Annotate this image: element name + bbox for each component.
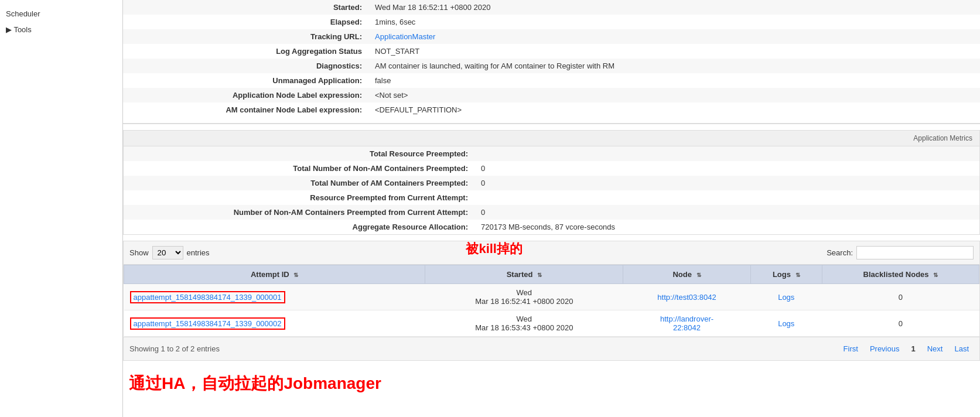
table-row: appattempt_1581498384174_1339_000002 Wed… <box>124 310 979 337</box>
pagination-page[interactable]: 1 <box>906 342 920 356</box>
unmanaged-label: Unmanaged Application: <box>123 73 369 88</box>
metrics-row: Number of Non-AM Containers Preempted fr… <box>124 205 979 220</box>
metrics-row: Total Number of AM Containers Preempted:… <box>124 176 979 190</box>
col-blacklisted[interactable]: Blacklisted Nodes ⇅ <box>822 265 979 284</box>
search-input[interactable] <box>856 246 974 259</box>
search-label: Search: <box>827 248 853 257</box>
attempt-id-link[interactable]: appattempt_1581498384174_1339_000001 <box>130 291 285 303</box>
attempt-id-cell: appattempt_1581498384174_1339_000002 <box>124 310 425 337</box>
metric-value: 0 <box>475 161 979 176</box>
show-label: Show <box>129 248 149 257</box>
node-cell: http://test03:8042 <box>623 284 750 310</box>
attempt-id-link[interactable]: appattempt_1581498384174_1339_000002 <box>130 317 285 330</box>
info-row-tracking: Tracking URL: ApplicationMaster <box>123 29 980 44</box>
metrics-table: Total Resource Preempted: Total Number o… <box>124 146 979 234</box>
elapsed-value: 1mins, 6sec <box>369 15 980 29</box>
metric-value <box>475 190 979 205</box>
entries-label: entries <box>187 248 210 257</box>
pagination-next[interactable]: Next <box>923 342 948 356</box>
metric-label: Total Number of Non-AM Containers Preemp… <box>124 161 475 176</box>
log-agg-label: Log Aggregation Status <box>123 44 369 59</box>
pagination-first[interactable]: First <box>839 342 863 356</box>
blacklisted-cell: 0 <box>822 284 979 310</box>
attempt-id-cell: appattempt_1581498384174_1339_000001 <box>124 284 425 310</box>
app-info-section: Started: Wed Mar 18 16:52:11 +0800 2020 … <box>123 0 980 124</box>
blacklisted-cell: 0 <box>822 310 979 337</box>
node-link[interactable]: http://test03:8042 <box>657 293 716 302</box>
metric-label: Resource Preempted from Current Attempt: <box>124 190 475 205</box>
node-link[interactable]: http://landrover-22:8042 <box>660 315 713 332</box>
application-master-link[interactable]: ApplicationMaster <box>375 32 435 41</box>
datatable-section: Show 20 50 100 entries 被kill掉的 Search: <box>123 241 980 361</box>
sidebar-item-scheduler[interactable]: Scheduler <box>0 6 122 22</box>
chinese-annotation-ha: 通过HA，自动拉起的Jobmanager <box>123 367 980 401</box>
logs-link[interactable]: Logs <box>778 293 794 302</box>
search-box: Search: <box>827 246 974 259</box>
started-cell: WedMar 18 16:52:41 +0800 2020 <box>425 284 623 310</box>
col-logs[interactable]: Logs ⇅ <box>750 265 822 284</box>
tools-label: ▶ Tools <box>6 25 32 34</box>
attempts-table: Attempt ID ⇅ Started ⇅ Node ⇅ Logs ⇅ Bla… <box>124 265 979 337</box>
info-row-node-label: Application Node Label expression: <Not … <box>123 88 980 102</box>
metric-label: Number of Non-AM Containers Preempted fr… <box>124 205 475 220</box>
datatable-footer: Showing 1 to 2 of 2 entries First Previo… <box>124 337 979 360</box>
logs-cell: Logs <box>750 284 822 310</box>
main-content: Started: Wed Mar 18 16:52:11 +0800 2020 … <box>123 0 980 417</box>
tracking-value: ApplicationMaster <box>369 29 980 44</box>
am-node-label-label: AM container Node Label expression: <box>123 102 369 117</box>
entries-select[interactable]: 20 50 100 <box>152 246 183 259</box>
info-row-unmanaged: Unmanaged Application: false <box>123 73 980 88</box>
unmanaged-value: false <box>369 73 980 88</box>
metrics-row: Total Resource Preempted: <box>124 146 979 161</box>
info-row-diagnostics: Diagnostics: AM container is launched, w… <box>123 59 980 73</box>
am-node-label-value: <DEFAULT_PARTITION> <box>369 102 980 117</box>
node-label-label: Application Node Label expression: <box>123 88 369 102</box>
metrics-row: Total Number of Non-AM Containers Preemp… <box>124 161 979 176</box>
col-attempt-id[interactable]: Attempt ID ⇅ <box>124 265 425 284</box>
metric-value: 0 <box>475 176 979 190</box>
col-started[interactable]: Started ⇅ <box>425 265 623 284</box>
log-agg-value: NOT_START <box>369 44 980 59</box>
metrics-row: Aggregate Resource Allocation: 720173 MB… <box>124 220 979 234</box>
elapsed-label: Elapsed: <box>123 15 369 29</box>
pagination-last[interactable]: Last <box>950 342 974 356</box>
started-value: Wed Mar 18 16:52:11 +0800 2020 <box>369 0 980 15</box>
scheduler-label: Scheduler <box>6 9 40 18</box>
logs-link[interactable]: Logs <box>778 319 794 328</box>
node-label-value: <Not set> <box>369 88 980 102</box>
metrics-header: Application Metrics <box>124 131 979 146</box>
metric-value <box>475 146 979 161</box>
started-cell: WedMar 18 16:53:43 +0800 2020 <box>425 310 623 337</box>
metric-value: 0 <box>475 205 979 220</box>
metrics-row: Resource Preempted from Current Attempt: <box>124 190 979 205</box>
logs-cell: Logs <box>750 310 822 337</box>
metric-label: Total Number of AM Containers Preempted: <box>124 176 475 190</box>
app-info-table: Started: Wed Mar 18 16:52:11 +0800 2020 … <box>123 0 980 117</box>
tracking-label: Tracking URL: <box>123 29 369 44</box>
col-node[interactable]: Node ⇅ <box>623 265 750 284</box>
info-row-started: Started: Wed Mar 18 16:52:11 +0800 2020 <box>123 0 980 15</box>
info-row-am-node-label: AM container Node Label expression: <DEF… <box>123 102 980 117</box>
diagnostics-value: AM container is launched, waiting for AM… <box>369 59 980 73</box>
diagnostics-label: Diagnostics: <box>123 59 369 73</box>
table-row: appattempt_1581498384174_1339_000001 Wed… <box>124 284 979 310</box>
showing-text: Showing 1 to 2 of 2 entries <box>129 344 220 353</box>
started-label: Started: <box>123 0 369 15</box>
metric-label: Aggregate Resource Allocation: <box>124 220 475 234</box>
table-header-row: Attempt ID ⇅ Started ⇅ Node ⇅ Logs ⇅ Bla… <box>124 265 979 284</box>
metrics-section: Application Metrics Total Resource Preem… <box>123 130 980 235</box>
datatable-controls: Show 20 50 100 entries 被kill掉的 Search: <box>124 241 979 265</box>
pagination: First Previous 1 Next Last <box>839 342 974 356</box>
node-cell: http://landrover-22:8042 <box>623 310 750 337</box>
info-row-elapsed: Elapsed: 1mins, 6sec <box>123 15 980 29</box>
chinese-annotation-killed: 被kill掉的 <box>466 240 523 258</box>
pagination-previous[interactable]: Previous <box>865 342 904 356</box>
sidebar: Scheduler ▶ Tools <box>0 0 123 417</box>
metric-label: Total Resource Preempted: <box>124 146 475 161</box>
sidebar-item-tools[interactable]: ▶ Tools <box>0 22 122 37</box>
show-entries: Show 20 50 100 entries <box>129 246 210 259</box>
metric-value: 720173 MB-seconds, 87 vcore-seconds <box>475 220 979 234</box>
info-row-log-agg: Log Aggregation Status NOT_START <box>123 44 980 59</box>
